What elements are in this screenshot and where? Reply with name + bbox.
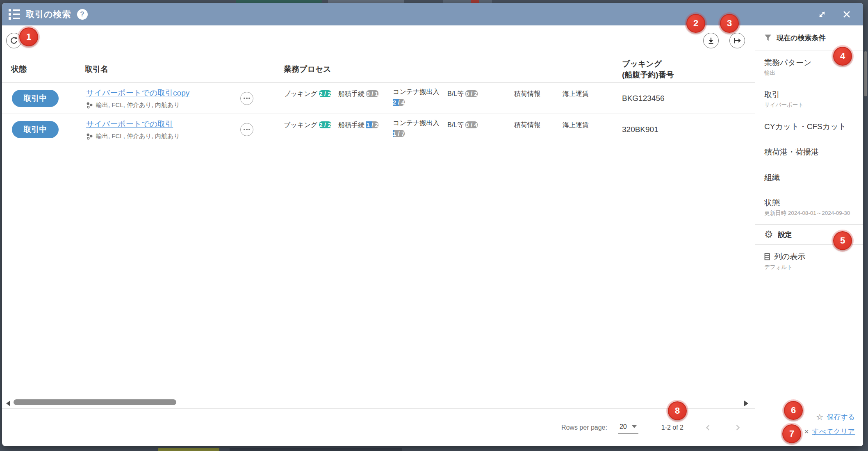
transaction-name-link[interactable]: サイバーポートでの取引 [86,119,173,130]
row-menu-button[interactable] [240,123,253,136]
transaction-name-link[interactable]: サイバーポートでの取引copy [86,88,189,98]
progress-bar: 1 / 2 [366,121,378,128]
column-display-value: デフォルト [764,264,854,271]
download-button[interactable] [703,33,719,48]
backdrop-fragment [236,0,322,3]
filter-item-ports[interactable]: 積荷港・荷揚港 [764,147,854,159]
results-panel: 状態 取引名 業務プロセス ブッキング (船腹予約)番号 取引中 サイバーポート… [2,25,755,446]
share-icon [86,102,93,109]
row-menu-button[interactable] [240,92,253,105]
table-row: 取引中 サイバーポートでの取引 輸出, FCL, 仲介あり, 内航あり ブッキ [2,114,755,145]
search-dialog: 取引の検索 ? [2,3,863,446]
conditions-title: 現在の検索条件 [777,33,825,43]
process-cell: ブッキング 2 / 2 船積手続 0 / 1 コンテナ搬出入 2 / 4 B/L… [263,88,616,109]
table-header-row: 状態 取引名 業務プロセス ブッキング (船腹予約)番号 [2,56,755,83]
filter-item-organization[interactable]: 組織 [764,173,854,185]
progress-bar: 1 / 7 [393,130,405,137]
toolbar [2,25,755,56]
progress-bar: 2 / 2 [319,121,331,128]
backdrop-fragment [471,0,479,3]
next-page-button[interactable] [733,423,743,433]
progress-bar: 0 / 1 [366,90,378,97]
progress-bar: 2 / 2 [319,90,331,97]
filter-item-status[interactable]: 状態 更新日時 2024-08-01～2024-09-30 [764,198,854,217]
rows-per-page-label: Rows per page: [561,424,607,431]
backdrop-fragment [230,448,402,451]
help-icon[interactable]: ? [77,9,88,20]
clear-all-link[interactable]: すべてクリア [812,427,855,436]
table-row: 取引中 サイバーポートでの取引copy 輸出, FCL, 仲介あり, 内航あり [2,83,755,114]
star-icon: ☆ [816,412,823,422]
annotation-badge: 5 [833,231,852,250]
annotation-badge: 8 [668,401,687,420]
column-header-status: 状態 [11,64,85,75]
list-icon [9,9,20,20]
export-button[interactable] [729,33,745,48]
dropdown-arrow-icon [632,425,637,428]
annotation-badge: 3 [720,14,739,33]
scrollbar-thumb[interactable] [14,399,176,405]
backdrop-fragment [158,448,219,451]
filter-icon [764,34,772,41]
scroll-left-arrow[interactable] [6,401,10,406]
transaction-tags: 輸出, FCL, 仲介あり, 内航あり [96,101,180,109]
pagination-range: 1-2 of 2 [661,424,683,431]
column-header-booking: ブッキング (船腹予約)番号 [616,58,755,80]
progress-bar: 0 / 2 [465,90,477,97]
progress-bar: 2 / 4 [393,99,405,106]
scroll-right-arrow[interactable] [744,401,748,406]
expand-icon[interactable] [816,9,828,20]
close-icon[interactable] [841,9,852,20]
clear-icon: × [804,427,809,436]
filter-item-transaction[interactable]: 取引 サイバーポート [764,90,854,109]
column-header-name: 取引名 [85,64,230,75]
filter-item-cy-cfs-cut[interactable]: CYカット・CFSカット [764,122,854,134]
process-cell: ブッキング 2 / 2 船積手続 1 / 2 コンテナ搬出入 1 / 7 B/L… [263,119,616,140]
column-header-process: 業務プロセス [263,64,616,75]
annotation-badge: 7 [782,424,801,443]
horizontal-scrollbar [2,398,755,408]
annotation-badge: 6 [784,401,803,420]
annotation-badge: 1 [19,27,38,46]
previous-page-button[interactable] [703,423,713,433]
annotation-badge: 4 [833,47,852,66]
columns-icon [764,253,770,260]
status-badge: 取引中 [12,121,59,138]
backdrop-fragment [443,0,492,3]
gear-icon: ⚙ [764,230,773,239]
transaction-tags: 輸出, FCL, 仲介あり, 内航あり [96,132,180,140]
rows-per-page-select[interactable]: 20 [618,421,638,434]
dialog-title: 取引の検索 [26,9,71,20]
backdrop-fragment [328,0,404,3]
status-badge: 取引中 [12,90,59,107]
pagination-bar: Rows per page: 20 1-2 of 2 [2,408,755,446]
booking-number: BKG123456 [616,94,755,103]
background-scrollbar [864,51,867,96]
save-search-link[interactable]: 保存する [827,412,855,422]
share-icon [86,133,93,140]
annotation-badge: 2 [686,14,705,33]
progress-bar: 0 / 4 [465,121,477,128]
booking-number: 320BK901 [616,125,755,134]
settings-title: 設定 [778,230,792,239]
